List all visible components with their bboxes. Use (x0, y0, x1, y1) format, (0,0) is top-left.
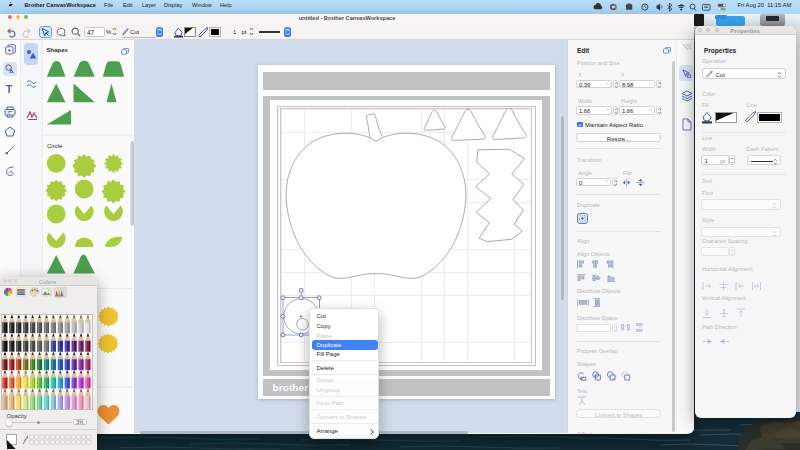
svg-text:Circle: Circle (47, 143, 63, 149)
